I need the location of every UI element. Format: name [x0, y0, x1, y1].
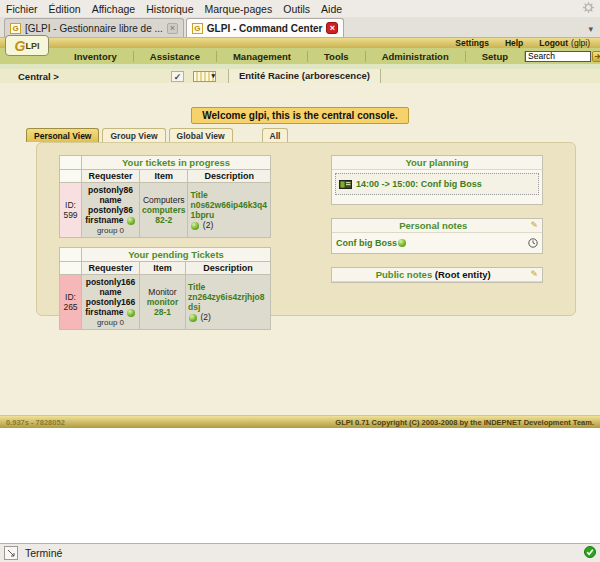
logged-user: (glpi) [571, 38, 590, 48]
personal-notes-box: Personal notes ✎ Conf big Boss [331, 218, 543, 254]
followup-icon[interactable] [398, 239, 406, 247]
side-column: Your planning 14:00 -> 15:00: Conf big B… [331, 155, 543, 315]
col-requester: Requester [82, 170, 140, 183]
bookmark-check-icon[interactable]: ✓ [171, 71, 184, 82]
glpi-footer: 0.937s - 7828052 GLPI 0.71 Copyright (C)… [0, 415, 600, 428]
tab-list-dropdown-icon[interactable]: ▾ [588, 24, 596, 37]
personal-notes-title: Personal notes [336, 220, 530, 231]
nav-administration[interactable]: Administration [366, 51, 466, 62]
menu-aide[interactable]: Aide [321, 3, 342, 15]
browser-tabbar: G [GLPI - Gestionnaire libre de ... × G … [0, 17, 600, 38]
ticket-description-cell: Title zn264zy6is4zrjhjo8dsj (2) [186, 275, 271, 330]
table-row: ID: 599 postonly86 name postonly86 first… [60, 183, 271, 238]
glpi-logo-lpi: LPI [25, 41, 39, 51]
nav-setup[interactable]: Setup [466, 51, 525, 62]
ticket-requester-cell: postonly86 name postonly86 firstname gro… [82, 183, 140, 238]
tab-personal-view[interactable]: Personal View [26, 128, 99, 142]
view-tabs: Personal View Group View Global View All [26, 128, 600, 142]
ticket-id: ID: 265 [60, 275, 82, 330]
note-link[interactable]: Conf big Boss [336, 238, 397, 248]
entity-selector-icon[interactable]: ▾ [193, 71, 216, 82]
browser-statusbar: Terminé [0, 543, 600, 562]
item-link[interactable]: monitor 28-1 [147, 297, 179, 317]
help-link[interactable]: Help [505, 38, 523, 48]
pending-tickets-title: Your pending Tickets [82, 248, 271, 262]
logout-link[interactable]: Logout [539, 38, 568, 48]
col-requester: Requester [82, 262, 140, 275]
nav-tools[interactable]: Tools [308, 51, 366, 62]
table-corner [60, 248, 82, 262]
tab-all[interactable]: All [262, 128, 289, 142]
pending-tickets-table: Your pending Tickets Requester Item Desc… [59, 247, 271, 330]
item-type: Monitor [148, 287, 176, 297]
table-corner [60, 170, 82, 183]
glpi-favicon: G [192, 23, 203, 34]
glpi-logo-g: G [15, 39, 26, 53]
followup-count: (2) [203, 220, 213, 230]
gear-icon[interactable] [583, 2, 594, 15]
col-description: Description [188, 170, 271, 183]
tickets-in-progress-table: Your tickets in progress Requester Item … [59, 155, 271, 238]
ticket-requester-cell: postonly166 name postonly166 firstname g… [82, 275, 140, 330]
table-corner [60, 156, 82, 170]
planning-event-link[interactable]: 14:00 -> 15:00: Conf big Boss [356, 179, 482, 189]
entity-root-button[interactable]: Entité Racine (arborescence) [228, 69, 381, 83]
browser-tab-active[interactable]: G GLPI - Command Center × [186, 18, 345, 37]
tab-label: [GLPI - Gestionnaire libre de ... [25, 23, 163, 34]
breadcrumb[interactable]: Central > [18, 71, 59, 82]
menu-fichier[interactable]: Fichier [6, 3, 38, 15]
ticket-title-link[interactable]: Title n0s62w66ip46k3q41bpru [190, 190, 267, 220]
edit-pencil-icon[interactable]: ✎ [530, 221, 538, 230]
item-link[interactable]: computers 82-2 [142, 205, 185, 225]
public-notes-entity: (Root entity) [435, 269, 491, 280]
ticket-item-cell: Monitor monitor 28-1 [140, 275, 186, 330]
breadcrumb-bar: Central > ✓ ▾ Entité Racine (arborescenc… [0, 69, 600, 83]
ticket-description-cell: Title n0s62w66ip46k3q41bpru (2) [188, 183, 271, 238]
col-item: Item [140, 170, 188, 183]
menu-historique[interactable]: Historique [146, 3, 193, 15]
glpi-nav: Inventory Assistance Management Tools Ad… [0, 48, 600, 64]
central-page: Welcome glpi, this is the central consol… [0, 83, 600, 415]
followup-icon[interactable] [191, 222, 199, 230]
tickets-column: Your tickets in progress Requester Item … [59, 155, 271, 315]
nav-assistance[interactable]: Assistance [134, 51, 217, 62]
public-notes-box: Public notes (Root entity) ✎ [331, 267, 543, 283]
edit-pencil-icon[interactable]: ✎ [530, 270, 538, 279]
menu-edition[interactable]: Édition [49, 3, 81, 15]
followup-icon[interactable] [189, 314, 197, 322]
resize-handle-icon[interactable] [4, 546, 18, 560]
ticket-title-link[interactable]: Title zn264zy6is4zrjhjo8dsj [188, 282, 265, 312]
glpi-topbar: Settings Help Logout (glpi) [0, 38, 600, 48]
ticket-id: ID: 599 [60, 183, 82, 238]
central-panel: Your tickets in progress Requester Item … [36, 142, 576, 316]
browser-menubar: Fichier Édition Affichage Historique Mar… [0, 0, 600, 17]
close-icon[interactable]: × [326, 22, 338, 34]
clock-icon [528, 234, 538, 252]
footer-timing: 0.937s - 7828052 [6, 418, 65, 427]
followup-icon[interactable] [127, 309, 135, 317]
nav-management[interactable]: Management [217, 51, 308, 62]
menu-marque-pages[interactable]: Marque-pages [205, 3, 273, 15]
ticket-item-cell: Computers computers 82-2 [140, 183, 188, 238]
search-go-icon[interactable] [592, 51, 600, 62]
search-input[interactable] [525, 51, 591, 62]
menu-affichage[interactable]: Affichage [92, 3, 136, 15]
glpi-logo[interactable]: GLPI [5, 35, 49, 56]
settings-link[interactable]: Settings [455, 38, 489, 48]
footer-copyright-link[interactable]: GLPI 0.71 Copyright (C) 2003-2008 by the… [335, 418, 594, 427]
glpi-header: Settings Help Logout (glpi) Inventory As… [0, 38, 600, 64]
nav-inventory[interactable]: Inventory [58, 51, 134, 62]
col-description: Description [186, 262, 271, 275]
tab-group-view[interactable]: Group View [102, 128, 165, 142]
requester-group: group 0 [97, 226, 124, 235]
close-icon[interactable]: × [167, 23, 178, 34]
tab-global-view[interactable]: Global View [169, 128, 233, 142]
col-item: Item [140, 262, 186, 275]
status-text: Terminé [25, 547, 62, 559]
public-notes-title: Public notes [376, 269, 432, 280]
planning-title: Your planning [336, 157, 538, 168]
glpi-favicon: G [10, 23, 21, 34]
menu-outils[interactable]: Outils [283, 3, 310, 15]
followup-icon[interactable] [127, 217, 135, 225]
planning-entry: 14:00 -> 15:00: Conf big Boss [335, 173, 539, 195]
